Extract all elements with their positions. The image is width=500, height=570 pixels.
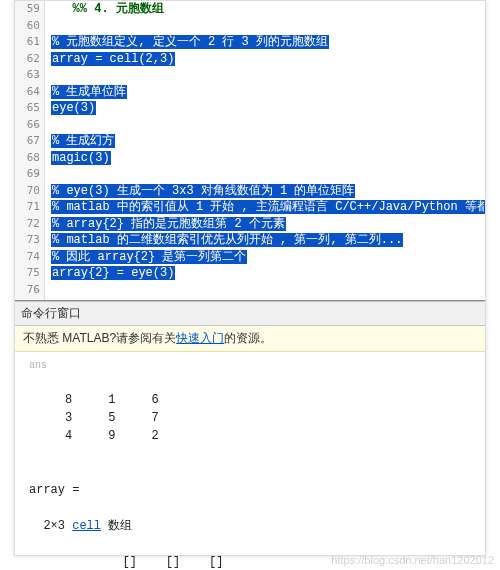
ans-label: ans bbox=[29, 358, 471, 373]
code-line[interactable]: % matlab 的二维数组索引优先从列开始 , 第一列, 第二列... bbox=[51, 232, 485, 249]
code-line[interactable]: array = cell(2,3) bbox=[51, 51, 485, 68]
code-line[interactable] bbox=[51, 166, 485, 183]
banner-prefix: 不熟悉 MATLAB?请参阅有关 bbox=[23, 331, 176, 345]
cell-keyword-link[interactable]: cell bbox=[72, 519, 101, 533]
spacer bbox=[29, 463, 471, 481]
command-window-title: 命令行窗口 bbox=[21, 306, 81, 320]
code-line[interactable]: eye(3) bbox=[51, 100, 485, 117]
magic-matrix: 8 1 6 3 5 7 4 9 2 bbox=[29, 391, 471, 445]
line-number: 72 bbox=[15, 216, 40, 233]
command-window-titlebar: 命令行窗口 bbox=[15, 301, 485, 326]
spacer bbox=[29, 535, 471, 553]
line-number: 76 bbox=[15, 282, 40, 299]
banner-suffix: 的资源。 bbox=[224, 331, 272, 345]
line-number: 64 bbox=[15, 84, 40, 101]
line-number: 59 bbox=[15, 1, 40, 18]
code-line[interactable]: % 因此 array{2} 是第一列第二个 bbox=[51, 249, 485, 266]
code-area[interactable]: %% 4. 元胞数组% 元胞数组定义, 定义一个 2 行 3 列的元胞数组arr… bbox=[45, 1, 485, 300]
code-editor[interactable]: 59606162 —636465 —666768 —69707172737475… bbox=[15, 1, 485, 301]
array-label: array = bbox=[29, 481, 471, 499]
line-number: 69 bbox=[15, 166, 40, 183]
code-line[interactable]: % array{2} 指的是元胞数组第 2 个元素 bbox=[51, 216, 485, 233]
line-number: 75 — bbox=[15, 265, 40, 282]
cell-size-line: 2×3 cell 数组 bbox=[29, 517, 471, 535]
line-number: 74 bbox=[15, 249, 40, 266]
code-line[interactable]: % 生成幻方 bbox=[51, 133, 485, 150]
line-number: 68 — bbox=[15, 150, 40, 167]
command-output[interactable]: ans 8 1 6 3 5 7 4 9 2 array = 2×3 cell 数… bbox=[15, 352, 485, 570]
matrix-row: 3 5 7 bbox=[29, 409, 471, 427]
code-line[interactable] bbox=[51, 117, 485, 134]
code-line[interactable]: % 生成单位阵 bbox=[51, 84, 485, 101]
line-number: 73 bbox=[15, 232, 40, 249]
code-line[interactable] bbox=[51, 67, 485, 84]
code-line[interactable]: array{2} = eye(3) bbox=[51, 265, 485, 282]
line-number: 65 — bbox=[15, 100, 40, 117]
line-number: 60 bbox=[15, 18, 40, 35]
code-line[interactable]: %% 4. 元胞数组 bbox=[51, 1, 485, 18]
getting-started-banner: 不熟悉 MATLAB?请参阅有关快速入门的资源。 bbox=[15, 326, 485, 352]
line-gutter: 59606162 —636465 —666768 —69707172737475… bbox=[15, 1, 45, 300]
line-number: 67 bbox=[15, 133, 40, 150]
code-line[interactable]: magic(3) bbox=[51, 150, 485, 167]
line-number: 70 bbox=[15, 183, 40, 200]
matrix-row: 8 1 6 bbox=[29, 391, 471, 409]
line-number: 61 bbox=[15, 34, 40, 51]
quick-start-link[interactable]: 快速入门 bbox=[176, 331, 224, 345]
matrix-row: 4 9 2 bbox=[29, 427, 471, 445]
line-number: 71 bbox=[15, 199, 40, 216]
code-line[interactable]: % matlab 中的索引值从 1 开始 , 主流编程语言 C/C++/Java… bbox=[51, 199, 485, 216]
app-frame: 59606162 —636465 —666768 —69707172737475… bbox=[14, 0, 486, 556]
line-number: 66 bbox=[15, 117, 40, 134]
code-line[interactable] bbox=[51, 282, 485, 299]
line-number: 63 bbox=[15, 67, 40, 84]
code-line[interactable]: % 元胞数组定义, 定义一个 2 行 3 列的元胞数组 bbox=[51, 34, 485, 51]
matrix-spacer bbox=[29, 373, 471, 391]
code-line[interactable] bbox=[51, 18, 485, 35]
watermark: https://blog.csdn.net/han1202012 bbox=[331, 554, 494, 566]
line-number: 62 — bbox=[15, 51, 40, 68]
spacer bbox=[29, 445, 471, 463]
code-line[interactable]: % eye(3) 生成一个 3x3 对角线数值为 1 的单位矩阵 bbox=[51, 183, 485, 200]
spacer bbox=[29, 499, 471, 517]
